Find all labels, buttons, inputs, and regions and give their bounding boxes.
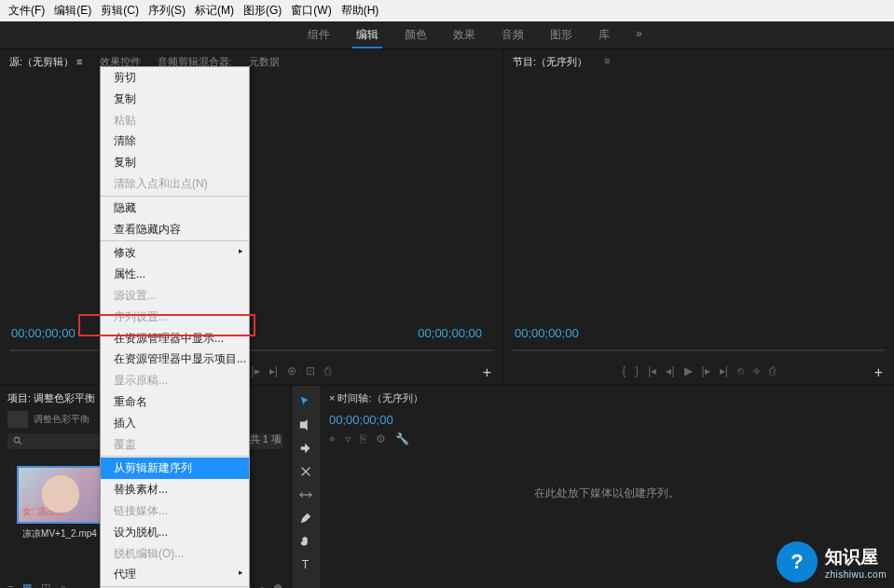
go-in-icon[interactable]: |◂	[648, 364, 656, 377]
marker-icon[interactable]: ▿	[345, 432, 351, 445]
list-view-icon[interactable]: ≡	[7, 582, 13, 589]
source-tab[interactable]: 源:（无剪辑） ≡	[9, 55, 83, 69]
context-menu-item[interactable]: 设为脱机...	[101, 522, 249, 543]
workspace-tab[interactable]: 组件	[308, 27, 330, 43]
menu-item[interactable]: 剪辑(C)	[98, 2, 142, 20]
zoom-slider[interactable]: ○──	[60, 582, 80, 589]
context-menu-item[interactable]: 从剪辑新建序列	[101, 458, 249, 479]
context-menu-item[interactable]: 属性...	[101, 264, 249, 285]
menu-separator	[101, 456, 249, 457]
play-icon[interactable]: ▶	[684, 364, 693, 377]
panel-menu-icon[interactable]: ≡	[604, 55, 610, 69]
context-menu[interactable]: 剪切复制粘贴清除复制清除入点和出点(N)隐藏查看隐藏内容修改属性...源设置..…	[100, 66, 250, 588]
export-frame-icon[interactable]: ⎙	[324, 364, 331, 377]
step-fwd-icon[interactable]: |▸	[702, 364, 710, 377]
context-menu-item[interactable]: 替换素材...	[101, 479, 249, 500]
clip-name: 凉凉MV+1_2.mp4	[17, 527, 103, 540]
context-menu-item[interactable]: 在资源管理器中显示项目...	[101, 349, 249, 370]
bin-label: 调整色彩平衡	[34, 413, 89, 426]
context-menu-item[interactable]: 代理	[101, 564, 249, 585]
menu-item[interactable]: 图形(G)	[241, 2, 284, 20]
workspace-tab[interactable]: 颜色	[405, 27, 427, 43]
link-icon[interactable]: ⎘	[360, 432, 366, 445]
workspace-tab[interactable]: 图形	[550, 27, 572, 43]
program-ruler[interactable]	[513, 349, 885, 351]
selection-tool-icon[interactable]	[299, 395, 312, 410]
menu-item[interactable]: 窗口(W)	[288, 2, 334, 20]
menu-item[interactable]: 编辑(E)	[51, 2, 94, 20]
context-menu-item[interactable]: 插入	[101, 413, 249, 434]
timeline-timecode[interactable]: 00;00;00;00	[320, 411, 894, 429]
icon-view-icon[interactable]: ▦	[22, 581, 32, 588]
svg-text:T: T	[302, 558, 309, 571]
source-tab[interactable]: 元数据	[249, 55, 280, 69]
freeform-icon[interactable]: ◫	[41, 581, 50, 588]
type-tool-icon[interactable]: T	[299, 558, 312, 573]
menu-separator	[101, 240, 249, 241]
wrench-icon[interactable]: 🔧	[395, 432, 409, 445]
clip-thumbnail[interactable]	[17, 466, 103, 524]
context-menu-item[interactable]: 修改	[101, 242, 249, 264]
search-icon	[13, 436, 23, 446]
project-tab[interactable]: 项目: 调整色彩平衡	[7, 391, 95, 405]
insert-icon[interactable]: ⊕	[287, 364, 296, 377]
slip-tool-icon[interactable]	[299, 488, 312, 503]
snap-icon[interactable]: ⌖	[329, 432, 336, 445]
new-item-icon[interactable]: ▫	[260, 582, 264, 589]
timeline-header-icons[interactable]: ⌖ ▿ ⎘ ⚙ 🔧	[320, 429, 894, 449]
step-fwd-icon[interactable]: |▸	[252, 364, 260, 377]
razor-tool-icon[interactable]	[299, 465, 312, 480]
extract-icon[interactable]: ⎆	[753, 364, 760, 377]
overwrite-icon[interactable]: ⊡	[306, 364, 315, 377]
go-out-icon[interactable]: ▸|	[720, 364, 728, 377]
mark-in-icon[interactable]: {	[622, 364, 626, 377]
menu-item[interactable]: 序列(S)	[145, 2, 188, 20]
step-back-icon[interactable]: ◂|	[666, 364, 674, 377]
tool-palette[interactable]: T	[292, 386, 320, 588]
context-menu-item[interactable]: 剪切	[101, 67, 249, 89]
workspace-tab[interactable]: 编辑	[356, 27, 378, 43]
context-menu-item: 清除入点和出点(N)	[101, 173, 249, 195]
export-frame-icon[interactable]: ⎙	[769, 364, 776, 377]
go-out-icon[interactable]: ▸|	[269, 364, 278, 377]
settings-icon[interactable]: ⚙	[376, 432, 386, 445]
program-transport[interactable]: { } |◂ ◂| ▶ |▸ ▸| ⎋ ⎆ ⎙ +	[503, 364, 894, 377]
context-menu-item[interactable]: 重命名	[101, 391, 249, 413]
button-editor-icon[interactable]: +	[483, 364, 491, 381]
clip-item[interactable]: 凉凉MV+1_2.mp4	[17, 466, 103, 540]
workspace-tab[interactable]: 效果	[453, 27, 475, 43]
track-select-icon[interactable]	[299, 418, 312, 433]
source-transport[interactable]: { } |◂ ◂| ▶ |▸ ▸| ⊕ ⊡ ⎙ +	[0, 364, 502, 377]
source-ruler[interactable]	[9, 349, 493, 351]
watermark: ? 知识屋 zhishiwu.com	[777, 541, 887, 582]
source-timecode-in[interactable]: 00;00;00;00	[11, 326, 76, 340]
context-menu-item[interactable]: 复制	[101, 89, 249, 110]
app-menubar[interactable]: 文件(F)编辑(E)剪辑(C)序列(S)标记(M)图形(G)窗口(W)帮助(H)	[0, 0, 894, 21]
ripple-edit-icon[interactable]	[299, 442, 312, 457]
menu-item[interactable]: 标记(M)	[192, 2, 237, 20]
pen-tool-icon[interactable]	[299, 512, 312, 526]
context-menu-item[interactable]: 清除	[101, 130, 249, 152]
program-tab[interactable]: 节目:（无序列）	[513, 55, 587, 69]
lift-icon[interactable]: ⎋	[737, 364, 744, 377]
mark-out-icon[interactable]: }	[635, 364, 639, 377]
context-menu-item[interactable]: 查看隐藏内容	[101, 219, 249, 240]
workspace-more-icon[interactable]: »	[636, 27, 642, 43]
bin-icon	[7, 411, 28, 428]
source-panel-tabs[interactable]: 源:（无剪辑） ≡效果控件音频剪辑混合器:元数据	[0, 49, 502, 75]
context-menu-item[interactable]: 隐藏	[101, 198, 249, 219]
context-menu-item: 粘贴	[101, 110, 249, 131]
menu-item[interactable]: 文件(F)	[6, 2, 48, 20]
context-menu-item[interactable]: 在资源管理器中显示...	[101, 328, 249, 349]
timeline-tab[interactable]: × 时间轴:（无序列）	[320, 386, 894, 411]
program-timecode[interactable]: 00;00;00;00	[515, 326, 579, 340]
workspace-tabs: 组件编辑颜色效果音频图形库»	[0, 21, 894, 49]
timeline-empty-message: 在此处放下媒体以创建序列。	[534, 485, 680, 500]
workspace-tab[interactable]: 库	[598, 27, 610, 43]
button-editor-icon[interactable]: +	[874, 364, 883, 381]
trash-icon[interactable]: 🗑	[273, 582, 283, 589]
hand-tool-icon[interactable]	[299, 535, 312, 550]
menu-item[interactable]: 帮助(H)	[338, 2, 382, 20]
workspace-tab[interactable]: 音频	[502, 27, 524, 43]
context-menu-item[interactable]: 复制	[101, 152, 249, 173]
